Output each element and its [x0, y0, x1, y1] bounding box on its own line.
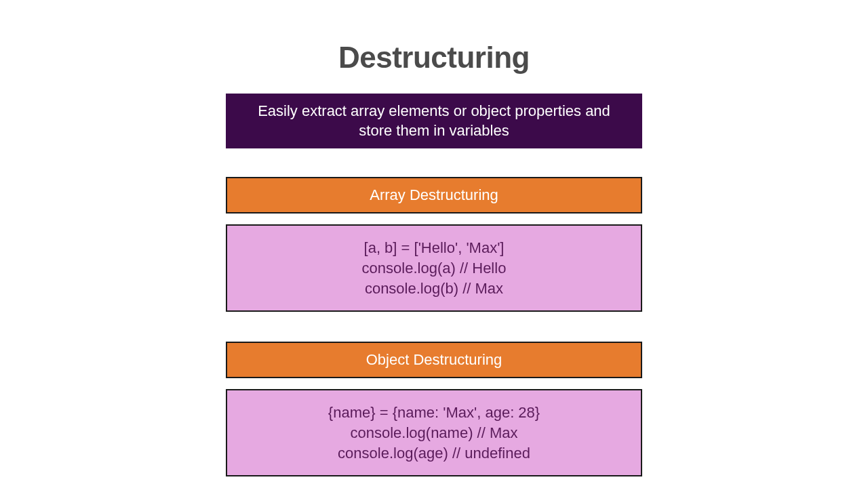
object-destructuring-header: Object Destructuring: [226, 342, 642, 378]
code-line: {name} = {name: 'Max', age: 28}: [328, 403, 540, 423]
array-destructuring-code: [a, b] = ['Hello', 'Max'] console.log(a)…: [226, 224, 642, 312]
array-destructuring-header: Array Destructuring: [226, 177, 642, 214]
object-destructuring-code: {name} = {name: 'Max', age: 28} console.…: [226, 389, 642, 476]
code-line: console.log(a) // Hello: [362, 258, 507, 279]
code-line: console.log(age) // undefined: [338, 443, 530, 464]
intro-box: Easily extract array elements or object …: [226, 94, 642, 148]
code-line: console.log(name) // Max: [351, 423, 518, 443]
code-line: console.log(b) // Max: [365, 279, 503, 299]
page-title: Destructuring: [338, 41, 530, 75]
code-line: [a, b] = ['Hello', 'Max']: [364, 238, 505, 258]
